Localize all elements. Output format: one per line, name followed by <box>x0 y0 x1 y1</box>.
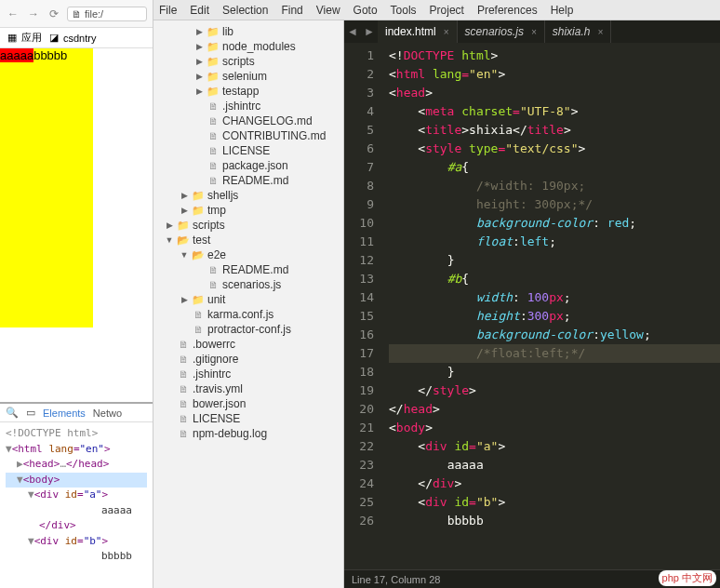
code-line[interactable]: } <box>389 363 720 381</box>
tab-next-icon[interactable]: ► <box>361 20 378 43</box>
tree-item[interactable]: ▼e2e <box>153 247 343 262</box>
code-line[interactable]: #b{ <box>389 270 720 288</box>
code-line[interactable]: <head> <box>389 84 720 102</box>
code-line[interactable]: /*float:left;*/ <box>389 344 720 363</box>
file-tree[interactable]: ▶lib▶node_modules▶scripts▶selenium▶testa… <box>153 20 344 588</box>
code-line[interactable]: width: 100px; <box>389 288 720 307</box>
tree-item[interactable]: .gitignore <box>153 352 343 367</box>
forward-button[interactable]: → <box>26 7 41 21</box>
code-line[interactable]: height:300px; <box>389 307 720 326</box>
editor-tab[interactable]: index.html× <box>378 20 458 43</box>
close-icon[interactable]: × <box>444 27 449 37</box>
code-line[interactable]: } <box>389 251 720 270</box>
menu-tools[interactable]: Tools <box>391 4 417 17</box>
apps-bookmark[interactable]: ▦应用 <box>7 31 42 45</box>
code-line[interactable]: <!DOCTYPE html> <box>389 47 720 65</box>
menu-file[interactable]: File <box>159 4 177 17</box>
tree-item[interactable]: package.json <box>153 158 343 173</box>
menu-selection[interactable]: Selection <box>222 4 268 17</box>
reload-button[interactable]: ⟳ <box>47 7 61 21</box>
folder-icon <box>192 204 205 217</box>
tree-item[interactable]: README.md <box>153 262 343 277</box>
tree-item[interactable]: .jshintrc <box>153 367 343 381</box>
code-line[interactable]: <style type="text/css"> <box>389 140 720 158</box>
code-line[interactable]: bbbbb <box>389 512 720 530</box>
tree-item-label: .gitignore <box>193 353 238 366</box>
tree-item[interactable]: ▶scripts <box>153 218 343 233</box>
tree-item[interactable]: .travis.yml <box>153 381 343 396</box>
disclosure-icon: ▶ <box>180 295 189 304</box>
device-icon[interactable]: ▭ <box>26 407 35 419</box>
code-line[interactable]: background-color: red; <box>389 214 720 233</box>
file-icon <box>177 412 190 425</box>
code-editor[interactable]: 1234567891011121314151617181920212223242… <box>344 43 720 569</box>
tree-item[interactable]: protractor-conf.js <box>153 322 343 337</box>
editor-tab[interactable]: scenarios.js× <box>458 20 545 43</box>
tree-item-label: lib <box>222 25 233 38</box>
code-line[interactable]: <title>shixia</title> <box>389 121 720 140</box>
folder-icon <box>207 70 220 83</box>
csdntry-bookmark[interactable]: ◪csdntry <box>49 33 96 44</box>
tree-item[interactable]: ▶tmp <box>153 203 343 218</box>
tree-item[interactable]: CONTRIBUTING.md <box>153 128 343 143</box>
elements-tab[interactable]: Elements <box>43 408 86 419</box>
tree-item[interactable]: .jshintrc <box>153 99 343 114</box>
code-line[interactable]: /*width: 190px; <box>389 177 720 195</box>
code-line[interactable]: <html lang="en"> <box>389 65 720 84</box>
tree-item[interactable]: scenarios.js <box>153 277 343 292</box>
tree-item[interactable]: bower.json <box>153 396 343 411</box>
back-button[interactable]: ← <box>6 7 20 21</box>
close-icon[interactable]: × <box>597 27 603 37</box>
tree-item[interactable]: ▼test <box>153 233 343 247</box>
code-line[interactable]: <div id="b"> <box>389 493 720 512</box>
menu-goto[interactable]: Goto <box>353 4 378 17</box>
tree-item-label: node_modules <box>222 40 296 53</box>
inspect-icon[interactable]: 🔍 <box>6 407 19 419</box>
folder-icon <box>207 85 220 98</box>
tree-item[interactable]: .bowerrc <box>153 337 343 352</box>
tab-prev-icon[interactable]: ◄ <box>344 20 361 43</box>
code-line[interactable]: </head> <box>389 400 720 419</box>
code-line[interactable]: height: 300px;*/ <box>389 195 720 214</box>
code-line[interactable]: </div> <box>389 474 720 493</box>
code-line[interactable]: <div id="a"> <box>389 437 720 456</box>
tree-item[interactable]: ▶unit <box>153 292 343 307</box>
code-line[interactable]: #a{ <box>389 158 720 177</box>
code-line[interactable]: </style> <box>389 381 720 400</box>
tree-item-label: LICENSE <box>222 144 270 157</box>
menu-help[interactable]: Help <box>551 4 574 17</box>
code-content[interactable]: <!DOCTYPE html><html lang="en"><head> <m… <box>381 43 720 569</box>
code-line[interactable]: <meta charset="UTF-8"> <box>389 102 720 121</box>
tree-item[interactable]: ▶testapp <box>153 84 343 99</box>
tree-item[interactable]: LICENSE <box>153 143 343 158</box>
tree-item[interactable]: ▶scripts <box>153 54 343 69</box>
menu-view[interactable]: View <box>316 4 340 17</box>
menu-edit[interactable]: Edit <box>190 4 209 17</box>
menu-preferences[interactable]: Preferences <box>477 4 538 17</box>
close-icon[interactable]: × <box>531 27 537 37</box>
tree-item[interactable]: ▶selenium <box>153 69 343 84</box>
tree-item[interactable]: README.md <box>153 173 343 188</box>
tree-item[interactable]: npm-debug.log <box>153 426 343 441</box>
tree-item[interactable]: karma.conf.js <box>153 307 343 322</box>
editor-tab[interactable]: shixia.h× <box>545 20 612 43</box>
tree-item[interactable]: ▶lib <box>153 24 343 39</box>
line-gutter: 1234567891011121314151617181920212223242… <box>344 43 381 569</box>
tree-item-label: protractor-conf.js <box>207 323 291 336</box>
tab-label: scenarios.js <box>465 25 524 38</box>
tree-item[interactable]: ▶shelljs <box>153 188 343 203</box>
menu-find[interactable]: Find <box>281 4 302 17</box>
code-line[interactable]: <body> <box>389 419 720 437</box>
code-line[interactable]: aaaaa <box>389 456 720 474</box>
tree-item[interactable]: CHANGELOG.md <box>153 114 343 128</box>
dom-tree[interactable]: <!DOCTYPE html> ▼<html lang="en"> ▶<head… <box>0 422 153 568</box>
code-line[interactable]: background-color:yellow; <box>389 326 720 344</box>
disclosure-icon: ▼ <box>165 235 174 245</box>
menu-project[interactable]: Project <box>430 4 464 17</box>
address-bar[interactable]: 🗎 file:/ <box>67 7 147 21</box>
tree-item[interactable]: ▶node_modules <box>153 39 343 54</box>
div-b: bbbbb <box>0 48 93 327</box>
tree-item[interactable]: LICENSE <box>153 411 343 426</box>
code-line[interactable]: float:left; <box>389 233 720 251</box>
network-tab[interactable]: Netwo <box>93 408 122 419</box>
